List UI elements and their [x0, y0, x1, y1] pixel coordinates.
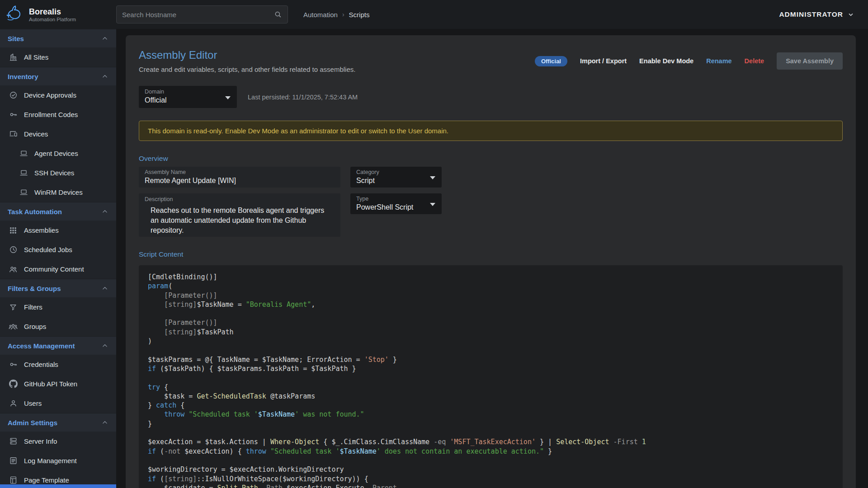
sidebar-section-filters-groups[interactable]: Filters & Groups [0, 279, 116, 297]
key-icon [9, 110, 18, 119]
code-line [148, 346, 834, 355]
people-icon [9, 265, 18, 274]
type-label: Type [356, 196, 436, 202]
sidebar-item-agent-devices[interactable]: Agent Devices [0, 144, 116, 163]
code-line: $task = Get-ScheduledTask @taskParams [148, 392, 834, 401]
sidebar-item-log-management[interactable]: Log Management [0, 451, 116, 470]
brand-text: Borealis Automation Platform [29, 7, 76, 22]
breadcrumb-automation[interactable]: Automation [303, 11, 338, 19]
key-icon [9, 360, 18, 369]
server-icon [9, 437, 18, 446]
delete-button[interactable]: Delete [745, 57, 764, 65]
dropdown-caret-icon [225, 96, 231, 99]
breadcrumb-scripts: Scripts [349, 11, 370, 19]
code-line: if ([string]::IsNullOrWhiteSpace($workin… [148, 474, 834, 483]
sidebar-sections: SitesAll SitesInventoryDevice ApprovalsE… [0, 29, 116, 488]
sidebar-item-label: Credentials [24, 361, 58, 368]
sidebar-section-task-automation[interactable]: Task Automation [0, 202, 116, 221]
sidebar-item-label: Devices [24, 130, 48, 138]
domain-select[interactable]: Domain Official [139, 86, 237, 108]
description-field[interactable]: Description Reaches out to the remote Bo… [139, 193, 340, 237]
section-label: Filters & Groups [8, 285, 61, 292]
sidebar-section-access-management[interactable]: Access Management [0, 336, 116, 355]
code-editor[interactable]: [CmdletBinding()]param( [Parameter()] [s… [139, 265, 843, 488]
brand: Borealis Automation Platform [0, 4, 116, 25]
brand-subtitle: Automation Platform [29, 17, 76, 22]
sidebar-item-label: SSH Devices [34, 169, 74, 177]
sidebar-section-sites[interactable]: Sites [0, 29, 116, 47]
sidebar-item-devices[interactable]: Devices [0, 124, 116, 144]
user-name: ADMINISTRATOR [779, 10, 843, 19]
search-input[interactable] [122, 11, 270, 19]
sidebar-item-community-content[interactable]: Community Content [0, 259, 116, 279]
section-label: Admin Settings [8, 419, 57, 427]
code-line: $candidate = Split-Path -Path $execActio… [148, 483, 834, 488]
sidebar-item-all-sites[interactable]: All Sites [0, 47, 116, 67]
overview-section-label: Overview [139, 155, 843, 163]
sidebar-section-inventory[interactable]: Inventory [0, 67, 116, 85]
sidebar-item-groups[interactable]: Groups [0, 317, 116, 336]
chevron-up-icon [101, 284, 109, 292]
sidebar-item-label: Scheduled Jobs [24, 246, 72, 253]
code-line: $execAction = $task.Actions | Where-Obje… [148, 437, 834, 446]
dropdown-caret-icon [430, 203, 435, 206]
section-label: Inventory [8, 73, 38, 80]
sidebar-item-scheduled-jobs[interactable]: Scheduled Jobs [0, 240, 116, 259]
code-line: if ($TaskPath) { $taskParams.TaskPath = … [148, 364, 834, 373]
header-actions: Official Import / Export Enable Dev Mode… [535, 52, 843, 70]
code-line: [CmdletBinding()] [148, 272, 834, 282]
sidebar-item-device-approvals[interactable]: Device Approvals [0, 85, 116, 105]
sidebar-item-label: Page Template [24, 476, 69, 484]
devices-icon [9, 130, 18, 139]
code-line: [Parameter()] [148, 291, 834, 300]
enable-dev-mode-button[interactable]: Enable Dev Mode [639, 57, 693, 65]
official-badge: Official [535, 56, 567, 66]
sidebar-active-item-partial[interactable] [0, 484, 116, 488]
chevron-up-icon [101, 418, 109, 427]
sidebar-item-credentials[interactable]: Credentials [0, 355, 116, 374]
sidebar-section-admin-settings[interactable]: Admin Settings [0, 413, 116, 432]
sidebar-item-label: Agent Devices [34, 150, 78, 157]
code-line: } catch { [148, 401, 834, 410]
sidebar-item-filters[interactable]: Filters [0, 297, 116, 317]
groups-icon [9, 322, 18, 331]
building-icon [9, 53, 18, 62]
code-line [148, 309, 834, 318]
chevron-up-icon [101, 207, 109, 216]
import-export-button[interactable]: Import / Export [580, 57, 627, 65]
type-select[interactable]: Type PowerShell Script [350, 193, 442, 214]
code-line: param( [148, 282, 834, 291]
sidebar-item-assemblies[interactable]: Assemblies [0, 221, 116, 240]
user-icon [9, 399, 18, 408]
category-select[interactable]: Category Script [350, 167, 442, 188]
sidebar-item-label: Filters [24, 303, 42, 311]
github-icon [9, 380, 18, 389]
search-icon [274, 10, 282, 19]
sidebar-item-users[interactable]: Users [0, 394, 116, 413]
rename-button[interactable]: Rename [706, 57, 731, 65]
sidebar-item-enrollment-codes[interactable]: Enrollment Codes [0, 105, 116, 124]
sidebar-item-ssh-devices[interactable]: SSH Devices [0, 163, 116, 183]
assembly-name-value: Remote Agent Update [WIN] [145, 177, 335, 185]
sidebar-item-server-info[interactable]: Server Info [0, 432, 116, 451]
user-menu[interactable]: ADMINISTRATOR [779, 10, 854, 19]
section-label: Task Automation [8, 208, 62, 216]
assembly-name-field[interactable]: Assembly Name Remote Agent Update [WIN] [139, 167, 340, 188]
description-label: Description [145, 196, 335, 202]
code-line [148, 428, 834, 437]
borealis-logo-icon [5, 4, 24, 25]
sidebar-item-github-api-token[interactable]: GitHub API Token [0, 374, 116, 394]
sidebar-item-winrm-devices[interactable]: WinRM Devices [0, 183, 116, 202]
sidebar-item-label: WinRM Devices [34, 188, 83, 196]
code-line: if (-not $execAction) { throw "Scheduled… [148, 447, 834, 456]
sidebar-item-label: GitHub API Token [24, 380, 77, 388]
sidebar-item-label: Community Content [24, 265, 84, 273]
search-box[interactable] [116, 5, 288, 23]
sidebar-item-label: Log Management [24, 457, 77, 465]
laptop-icon [19, 169, 28, 178]
chevron-up-icon [101, 72, 109, 80]
chevron-up-icon [101, 34, 109, 42]
sidebar-item-label: Assemblies [24, 226, 59, 234]
save-assembly-button[interactable]: Save Assembly [777, 52, 843, 70]
page-subtitle: Create and edit variables, scripts, and … [139, 66, 355, 73]
